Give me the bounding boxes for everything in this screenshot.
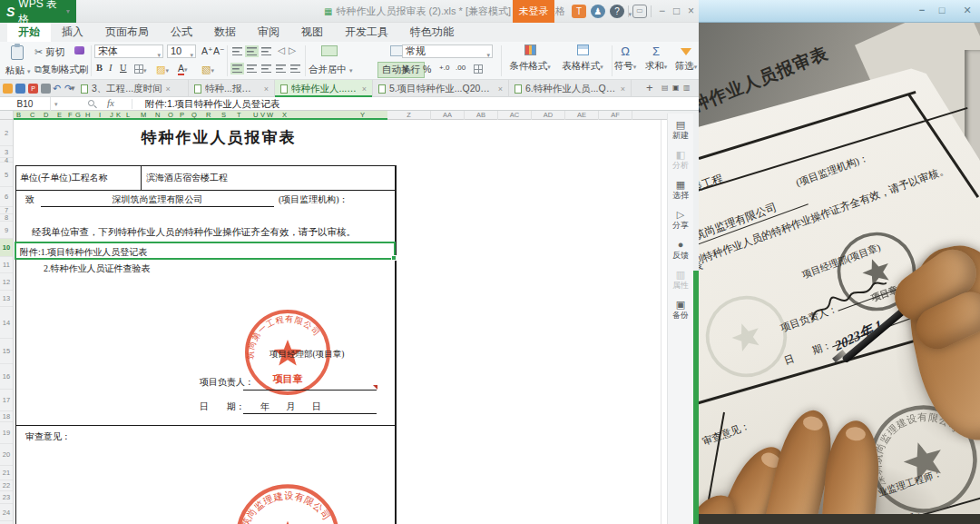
sum-button[interactable]: Σ 求和▾ [641, 44, 671, 73]
row-header[interactable]: 6 [0, 187, 13, 207]
document-tab[interactable]: 特种...报审表 × [189, 80, 275, 97]
symbol-button[interactable]: Ω 符号▾ [610, 44, 641, 73]
column-header[interactable]: Q [191, 111, 197, 119]
quickbar-more-icon[interactable]: ▾ [71, 84, 75, 93]
column-header[interactable]: AB [465, 111, 498, 120]
row-header[interactable]: 18 [0, 411, 13, 422]
close-tab-icon[interactable]: × [264, 84, 269, 94]
sidebar-item[interactable]: ● 反馈 [672, 239, 689, 261]
row-header[interactable]: 22 [0, 480, 13, 491]
column-header[interactable]: E [57, 111, 62, 119]
ribbon-collapse-icon[interactable]: ▭ [632, 5, 647, 18]
close-tab-icon[interactable]: × [621, 84, 625, 94]
close-button[interactable]: × [684, 0, 698, 23]
font-shrink-button[interactable]: A⁻ [213, 45, 225, 56]
column-header[interactable]: AA [431, 111, 465, 120]
column-header[interactable]: H [85, 111, 90, 119]
save-icon[interactable] [15, 84, 25, 94]
increase-decimal-button[interactable]: +.0 [439, 64, 449, 72]
column-header[interactable]: S [221, 111, 226, 119]
column-header[interactable]: AC [498, 111, 532, 120]
close-tab-icon[interactable]: × [498, 84, 503, 94]
column-header[interactable]: I [99, 111, 101, 119]
align-right-button[interactable] [260, 64, 273, 74]
align-left-button[interactable] [230, 64, 244, 74]
merge-center-button[interactable]: 合并居中 ▾ [309, 64, 352, 76]
fill-color-button[interactable]: ▨▾ [156, 64, 169, 75]
row-header[interactable]: 20 [0, 444, 13, 466]
column-header[interactable]: K [116, 111, 121, 119]
row-header[interactable]: 8 [0, 214, 13, 222]
column-header[interactable]: D [44, 111, 48, 119]
column-header[interactable]: C [30, 111, 34, 119]
column-header[interactable]: F [68, 111, 73, 119]
column-header[interactable]: O [168, 111, 173, 119]
column-header[interactable]: R [206, 111, 211, 119]
column-header[interactable]: AF [599, 111, 632, 120]
account-icon[interactable]: ♟ [591, 5, 605, 18]
column-header[interactable]: P [180, 111, 184, 119]
align-top-button[interactable] [230, 46, 244, 57]
ribbon-tab[interactable]: 数据 [203, 23, 247, 42]
namebox-caret-icon[interactable]: ▾ [54, 101, 58, 108]
print-icon[interactable] [41, 84, 51, 94]
align-center-button[interactable] [245, 64, 259, 74]
ribbon-tab[interactable]: 公式 [160, 23, 203, 42]
currency-button[interactable]: ¥▾ [403, 64, 411, 74]
close-button[interactable]: ✕ [958, 4, 976, 18]
decrease-decimal-button[interactable]: .00 [456, 64, 466, 72]
row-header[interactable]: 12 [0, 273, 13, 291]
column-header[interactable]: V [260, 111, 265, 119]
new-tab-button[interactable]: + [646, 81, 653, 94]
row-header[interactable]: 13 [0, 291, 13, 307]
open-file-icon[interactable] [3, 84, 13, 94]
close-tab-icon[interactable]: × [362, 84, 367, 94]
align-bottom-button[interactable] [260, 46, 273, 57]
ribbon-tab[interactable]: 特色功能 [399, 23, 465, 42]
format-painter-button[interactable]: 格式刷 [60, 64, 89, 76]
document-tab[interactable]: 6.特种作业人员...Q20106 * × [509, 80, 632, 97]
tab-list-icon[interactable]: ▤ [662, 84, 669, 92]
font-grow-button[interactable]: A⁺ [201, 45, 213, 56]
row-header[interactable]: 14 [0, 307, 13, 339]
increase-indent-button[interactable]: ▷ [289, 44, 296, 55]
row-header[interactable]: 11 [0, 257, 13, 273]
align-middle-button[interactable] [245, 46, 259, 57]
column-header[interactable]: U [253, 111, 258, 119]
column-header[interactable]: B [16, 111, 21, 119]
cell-name-box[interactable]: B10 [0, 97, 51, 111]
row-header[interactable]: 10 [0, 239, 13, 257]
tab-switch-icon[interactable]: ▣ [672, 84, 680, 92]
decrease-indent-button[interactable]: ◁ [278, 44, 285, 55]
select-all-corner[interactable] [0, 111, 14, 120]
minimize-button[interactable]: − [655, 0, 669, 23]
orientation-button[interactable] [289, 64, 302, 74]
row-header[interactable]: 2 [0, 120, 13, 146]
font-size-select[interactable]: 10▾ [167, 44, 196, 58]
column-header[interactable]: L [126, 111, 130, 119]
close-tab-icon[interactable]: × [166, 84, 171, 94]
row-header[interactable]: 23 [0, 491, 13, 504]
selected-column-headers[interactable]: BCDEFGHIJKLMNOPQRSTUVWXY [14, 111, 387, 120]
number-format-select[interactable]: 常规▾ [402, 44, 493, 58]
login-button[interactable]: 未登录 [513, 0, 554, 23]
italic-button[interactable]: I [109, 63, 113, 73]
fx-icon[interactable]: fx [107, 97, 114, 108]
tab-menu-icon[interactable]: ▥ [683, 84, 691, 92]
column-header[interactable]: J [110, 111, 113, 119]
ribbon-tab[interactable]: 开发工具 [334, 23, 399, 42]
column-header[interactable]: Y [360, 111, 365, 119]
column-header[interactable]: W [267, 111, 273, 119]
ribbon-tab[interactable]: 审阅 [247, 23, 290, 42]
sidebar-item[interactable]: ▦ 选择 [672, 179, 689, 201]
maximize-button[interactable]: □ [670, 0, 683, 23]
row-header[interactable]: 9 [0, 222, 13, 239]
column-header[interactable]: X [282, 111, 287, 119]
conditional-format-button[interactable]: 条件格式▾ [505, 44, 555, 73]
row-header[interactable]: 15 [0, 339, 13, 364]
highlight-button[interactable]: ▧▾ [201, 64, 214, 75]
search-icon[interactable] [88, 100, 94, 106]
skin-theme-icon[interactable]: T [572, 5, 586, 18]
bold-button[interactable]: B [96, 63, 103, 73]
sidebar-item[interactable]: ▣ 备份 [672, 299, 689, 321]
